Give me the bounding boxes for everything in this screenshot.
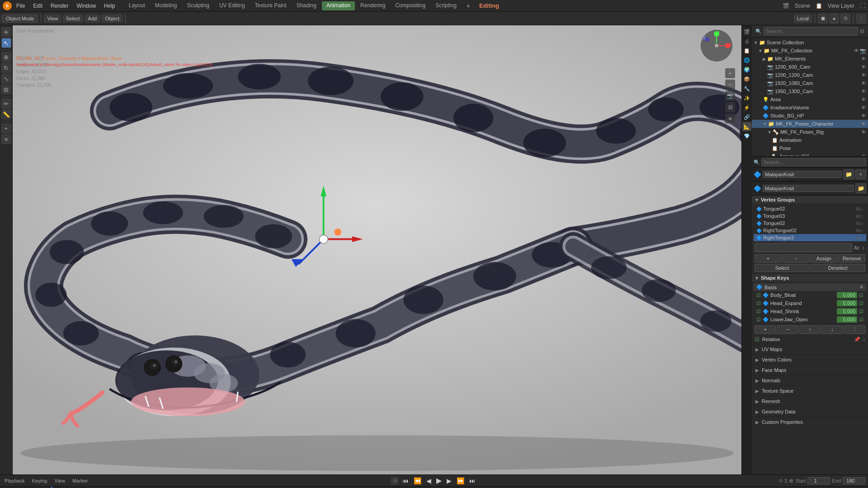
shape-keys-header[interactable]: ▼ Shape Keys <box>752 274 868 282</box>
custom-properties-header[interactable]: ▶ Custom Properties <box>752 417 868 427</box>
zoom-in-btn[interactable]: + <box>725 68 735 78</box>
view-menu-btn[interactable]: View <box>44 14 61 23</box>
view-menu-tl[interactable]: View <box>52 477 67 484</box>
mesh-data-browse-btn[interactable]: 📁 <box>855 183 866 193</box>
scene-selector[interactable]: Scene <box>792 2 813 10</box>
list-item[interactable]: 🔷 Tongue02 Az↕ <box>754 220 866 227</box>
list-item[interactable]: ▶ 📷 1200_1200_Cam 👁 <box>752 71 868 79</box>
char-eye[interactable]: 👁 <box>861 121 866 127</box>
mode-dropdown[interactable]: Object Mode <box>2 14 38 23</box>
rotate-tool[interactable]: ↻ <box>1 63 11 73</box>
tab-uv-editing[interactable]: UV Editing <box>215 1 250 10</box>
gizmo-circle[interactable]: X Y Z <box>701 30 732 61</box>
solid-mode-btn[interactable]: ◼ <box>818 14 828 23</box>
list-item[interactable]: 🔷 Tongue03 Az↕ <box>754 212 866 220</box>
move-tool[interactable]: ⊕ <box>1 52 11 62</box>
vg-remove-btn[interactable]: − <box>783 254 810 263</box>
mk-fk-eye[interactable]: 👁 <box>854 48 859 53</box>
remesh-header[interactable]: ▶ Remesh <box>752 396 868 406</box>
viewlayer-selector[interactable]: View Layer <box>825 2 857 10</box>
camera-btn[interactable]: 📷 <box>725 91 735 101</box>
prev-frame-btn[interactable]: ◀ <box>425 476 433 485</box>
sk-check-1[interactable]: ☑ <box>756 292 761 298</box>
edit-menu[interactable]: Edit <box>29 2 46 10</box>
world-prop-tab[interactable]: 🌍 <box>742 65 751 74</box>
tab-modeling[interactable]: Modeling <box>151 1 182 10</box>
frame-all-btn[interactable]: ⊡ <box>725 102 735 112</box>
list-item[interactable]: ▼ 🦴 MK_FK_Poses_Rig 👁 <box>752 128 868 136</box>
time-indicator-btn[interactable]: ⊙ <box>391 477 399 485</box>
list-item[interactable]: ☑ 🔷 Head_Shrink 0.000 ☑ <box>754 307 866 315</box>
modifier-prop-tab[interactable]: 🔧 <box>742 84 751 93</box>
add-tool[interactable]: + <box>1 123 11 133</box>
list-item[interactable]: ▶ 📷 1950_1300_Cam 👁 <box>752 87 868 95</box>
list-item[interactable]: ▶ 📁 MK_Elements 👁 <box>752 55 868 63</box>
vg-sort-za[interactable]: ↕ <box>861 244 865 251</box>
sk-check-2[interactable]: ☑ <box>756 300 761 306</box>
cam-3-eye[interactable]: 👁 <box>861 80 866 86</box>
normals-header[interactable]: ▶ Normals <box>752 375 868 385</box>
collection-btn[interactable]: ≡ <box>725 113 735 123</box>
physics-prop-tab[interactable]: ⚡ <box>742 103 751 112</box>
geometry-data-header[interactable]: ▶ Geometry Data <box>752 407 868 417</box>
list-item[interactable]: ▶ 🦴 Armature.001 👁 <box>752 152 868 156</box>
list-item[interactable]: ☑ 🔷 Body_Bloat 0.000 ☑ <box>754 291 866 299</box>
list-item[interactable]: ▼ 📁 MK_FK_Collection 👁 📷 <box>752 47 868 55</box>
list-item[interactable]: 🔷 RightTongue3 Az↕ <box>754 234 866 241</box>
annotate-tool[interactable]: ✏ <box>1 99 11 108</box>
play-btn[interactable]: ▶ <box>434 475 443 486</box>
sk-value-2[interactable]: 0.000 <box>837 300 857 306</box>
list-item[interactable]: ▼ 📁 MK_FK_Poses_Character 👁 <box>752 120 868 128</box>
cam-4-eye[interactable]: 👁 <box>861 89 866 94</box>
outliner-filter-btn[interactable]: ⊟ <box>860 28 864 34</box>
rig-eye[interactable]: 👁 <box>861 129 866 135</box>
scene-collection-arrow[interactable]: ▼ <box>754 40 758 45</box>
area-eye[interactable]: 👁 <box>861 97 866 102</box>
output-prop-tab[interactable]: 🖨 <box>742 37 751 46</box>
scale-tool[interactable]: ⤡ <box>1 74 11 84</box>
next-keyframe-btn[interactable]: ⏩ <box>455 476 466 485</box>
mk-fk-arrow[interactable]: ▼ <box>758 48 763 53</box>
outliner-search-input[interactable] <box>764 27 858 35</box>
add-menu-btn[interactable]: Add <box>85 14 100 23</box>
list-item[interactable]: 📋 Pose <box>752 144 868 152</box>
uv-maps-header[interactable]: ▶ UV Maps <box>752 344 868 354</box>
list-item[interactable]: ☑ 🔷 LowerJaw_Open 0.000 ☑ <box>754 315 866 324</box>
relative-checkbox[interactable]: ☑ <box>755 336 760 343</box>
marker-menu[interactable]: Marker <box>71 477 90 484</box>
tab-scripting[interactable]: Scripting <box>431 1 461 10</box>
render-menu[interactable]: Render <box>47 2 72 10</box>
transform-tool[interactable]: ⊞ <box>1 84 11 94</box>
studio-eye[interactable]: 👁 <box>861 113 866 118</box>
sk-basis-x-btn[interactable]: ✕ <box>859 284 863 290</box>
list-item[interactable]: ▶ 📷 1200_600_Cam 👁 <box>752 63 868 71</box>
vg-select-btn[interactable]: Select <box>755 264 810 272</box>
irr-eye[interactable]: 👁 <box>861 105 866 110</box>
sk-value-1[interactable]: 0.000 <box>837 292 857 298</box>
list-item[interactable]: ☑ 🔷 Head_Expand 0.000 ☑ <box>754 299 866 307</box>
sk-check-3[interactable]: ☑ <box>756 309 761 314</box>
select-tool[interactable]: ↖ <box>1 38 11 48</box>
jump-start-btn[interactable]: ⏮ <box>401 476 410 485</box>
jump-end-btn[interactable]: ⏭ <box>467 476 477 485</box>
fullscreen-btn[interactable]: ⛶ <box>860 3 865 9</box>
tab-shading[interactable]: Shading <box>292 1 321 10</box>
playback-menu[interactable]: Playback <box>3 477 27 484</box>
elements-eye[interactable]: 👁 <box>861 56 866 61</box>
sk-pin-icon[interactable]: 📌 <box>854 337 860 343</box>
mesh-browse-btn[interactable]: 📁 <box>843 169 854 179</box>
zoom-out-btn[interactable]: − <box>725 80 735 89</box>
cam-1-eye[interactable]: 👁 <box>861 64 866 70</box>
end-frame-input[interactable] <box>843 477 865 484</box>
list-item[interactable]: 🔷 IrradianceVolume 👁 <box>752 103 868 112</box>
next-frame-btn[interactable]: ▶ <box>445 476 453 485</box>
object-data-prop-tab[interactable]: 📐 <box>742 122 751 131</box>
object-menu-btn[interactable]: Object <box>102 14 123 23</box>
material-prop-tab[interactable]: 💎 <box>742 131 751 141</box>
list-item[interactable]: ▼ 📁 Scene Collection <box>752 38 868 47</box>
vg-remove-assign-btn[interactable]: Remove <box>838 254 865 263</box>
cam-2-eye[interactable]: 👁 <box>861 72 866 78</box>
viewport-area[interactable]: User Perspective Objects: 1/19 Vertices:… <box>13 25 741 474</box>
particles-prop-tab[interactable]: ✨ <box>742 94 751 103</box>
sk-pin-1[interactable]: ☑ <box>859 292 863 298</box>
